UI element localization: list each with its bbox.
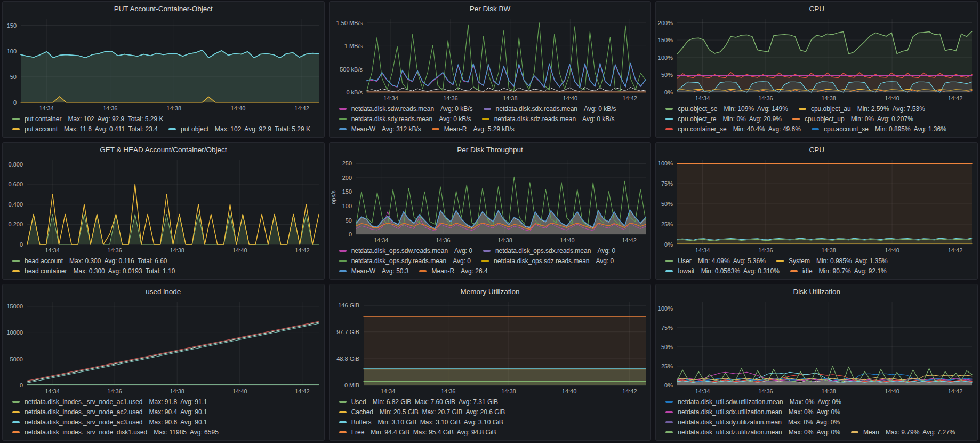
legend-series-name[interactable]: netdata.disk_ops.sdy.reads.mean <box>351 257 447 265</box>
legend-color-swatch[interactable] <box>12 128 20 130</box>
legend-item[interactable]: cpu.object_upMin: 0% Avg: 0.207% <box>792 115 913 123</box>
legend-item[interactable]: netdata.disk_util.sdw.utilization.meanMa… <box>665 398 841 406</box>
panel-title[interactable]: Per Disk BW <box>330 2 651 16</box>
legend-color-swatch[interactable] <box>12 401 20 403</box>
legend-color-swatch[interactable] <box>665 118 673 120</box>
legend-item[interactable]: netdata.disk_ops.sdz.reads.meanAvg: 0 <box>481 257 614 265</box>
panel-title[interactable]: CPU <box>656 2 977 16</box>
legend-item[interactable]: head accountMax: 0.300 Avg: 0.116 Total:… <box>12 257 167 265</box>
panel-title[interactable]: used inode <box>3 284 324 299</box>
legend-series-name[interactable]: cpu.object_se <box>678 105 717 113</box>
legend-color-swatch[interactable] <box>168 128 176 130</box>
legend-item[interactable]: UserMin: 4.09% Avg: 5.36% <box>665 257 766 265</box>
legend-color-swatch[interactable] <box>339 431 347 433</box>
chart-per-disk-throughput[interactable]: 05010015020025014:3414:3614:3814:4014:42… <box>330 157 651 245</box>
legend-color-swatch[interactable] <box>790 270 798 272</box>
legend-item[interactable]: netdata.disk.sdx.reads.meanAvg: 0 kB/s <box>484 105 616 113</box>
legend-item[interactable]: netdata.disk_ops.sdy.reads.meanAvg: 0 <box>339 257 471 265</box>
legend-series-name[interactable]: netdata.disk_inodes._srv_node_disk1.used <box>25 429 147 436</box>
legend-series-name[interactable]: netdata.disk_inodes._srv_node_ac3.used <box>25 418 143 426</box>
legend-color-swatch[interactable] <box>665 411 673 413</box>
legend-series-name[interactable]: netdata.disk_ops.sdw.reads.mean <box>351 247 448 255</box>
legend-color-swatch[interactable] <box>339 260 347 262</box>
legend-color-swatch[interactable] <box>665 431 673 433</box>
panel-title[interactable]: GET & HEAD Account/Container/Object <box>3 143 324 157</box>
legend-color-swatch[interactable] <box>776 260 784 262</box>
legend-color-swatch[interactable] <box>12 260 20 262</box>
legend-color-swatch[interactable] <box>339 108 347 110</box>
legend-series-name[interactable]: idle <box>802 267 813 275</box>
legend-series-name[interactable]: netdata.disk_util.sdx.utilization.mean <box>678 408 782 416</box>
legend-item[interactable]: netdata.disk_ops.sdw.reads.meanAvg: 0 <box>339 247 472 255</box>
legend-item[interactable]: SystemMin: 0.985% Avg: 1.35% <box>776 257 888 265</box>
chart-used-inode[interactable]: 05000100001500014:3414:3614:3814:4014:42 <box>3 299 324 396</box>
legend-item[interactable]: Mean-RAvg: 26.4 <box>419 267 487 275</box>
legend-item[interactable]: Mean-WAvg: 312 kB/s <box>339 125 421 133</box>
legend-item[interactable]: idleMin: 90.7% Avg: 92.1% <box>790 267 887 275</box>
legend-series-name[interactable]: Mean-R <box>444 125 467 133</box>
legend-item[interactable]: IowaitMin: 0.0563% Avg: 0.310% <box>665 267 780 275</box>
legend-color-swatch[interactable] <box>12 431 20 433</box>
legend-color-swatch[interactable] <box>12 270 20 272</box>
legend-color-swatch[interactable] <box>665 128 673 130</box>
legend-item[interactable]: netdata.disk_inodes._srv_node_ac3.usedMa… <box>12 418 207 426</box>
legend-series-name[interactable]: netdata.disk_ops.sdz.reads.mean <box>494 257 589 265</box>
legend-series-name[interactable]: System <box>789 257 810 265</box>
legend-color-swatch[interactable] <box>339 401 347 403</box>
legend-color-swatch[interactable] <box>339 250 347 252</box>
legend-color-swatch[interactable] <box>665 270 673 272</box>
legend-color-swatch[interactable] <box>12 118 20 120</box>
legend-series-name[interactable]: put object <box>181 125 208 133</box>
legend-color-swatch[interactable] <box>482 118 489 120</box>
legend-color-swatch[interactable] <box>812 128 819 130</box>
panel-title[interactable]: Memory Utilization <box>330 284 651 299</box>
legend-series-name[interactable]: netdata.disk_util.sdw.utilization.mean <box>678 398 783 406</box>
legend-series-name[interactable]: netdata.disk.sdy.reads.mean <box>351 115 433 123</box>
legend-series-name[interactable]: cpu.object_re <box>678 115 716 123</box>
legend-series-name[interactable]: Used <box>351 398 366 406</box>
panel-title[interactable]: CPU <box>656 143 977 157</box>
panel-title[interactable]: PUT Account-Container-Object <box>3 2 324 16</box>
legend-color-swatch[interactable] <box>799 108 806 110</box>
legend-color-swatch[interactable] <box>665 401 673 403</box>
legend-color-swatch[interactable] <box>339 421 347 423</box>
legend-item[interactable]: CachedMin: 20.5 GiB Max: 20.7 GiB Avg: 2… <box>339 408 505 416</box>
legend-item[interactable]: put containerMax: 102 Avg: 92.9 Total: 5… <box>12 115 163 123</box>
legend-item[interactable]: cpu.object_seMin: 109% Avg: 149% <box>665 105 788 113</box>
legend-color-swatch[interactable] <box>432 128 439 130</box>
legend-item[interactable]: put accountMax: 11.6 Avg: 0.411 Total: 2… <box>12 125 158 133</box>
legend-item[interactable]: netdata.disk_inodes._srv_node_ac2.usedMa… <box>12 408 207 416</box>
legend-item[interactable]: netdata.disk_inodes._srv_node_disk1.used… <box>12 429 219 436</box>
legend-color-swatch[interactable] <box>12 421 20 423</box>
chart-put-account-container-object[interactable]: 05010015014:3414:3614:3814:4014:42 <box>3 16 324 113</box>
legend-series-name[interactable]: Buffers <box>351 418 372 426</box>
legend-color-swatch[interactable] <box>665 108 673 110</box>
legend-color-swatch[interactable] <box>483 250 491 252</box>
legend-item[interactable]: cpu.container_seMin: 40.4% Avg: 49.6% <box>665 125 801 133</box>
legend-series-name[interactable]: put account <box>25 125 58 133</box>
legend-item[interactable]: cpu.object_auMin: 2.59% Avg: 7.53% <box>799 105 925 113</box>
legend-item[interactable]: cpu.object_reMin: 0% Avg: 20.9% <box>665 115 782 123</box>
legend-color-swatch[interactable] <box>484 108 491 110</box>
legend-item[interactable]: Mean-RAvg: 5.29 kB/s <box>432 125 515 133</box>
legend-item[interactable]: put objectMax: 102 Avg: 92.9 Total: 5.29… <box>168 125 310 133</box>
legend-series-name[interactable]: Mean-W <box>351 125 375 133</box>
panel-title[interactable]: Disk Utilization <box>656 284 977 299</box>
legend-item[interactable]: netdata.disk_util.sdz.utilization.meanMa… <box>665 429 840 436</box>
legend-series-name[interactable]: Mean-R <box>431 267 454 275</box>
legend-series-name[interactable]: Mean-W <box>351 267 375 275</box>
legend-color-swatch[interactable] <box>339 128 347 130</box>
legend-item[interactable]: cpu.account_seMin: 0.895% Avg: 1.36% <box>812 125 946 133</box>
legend-series-name[interactable]: cpu.object_au <box>811 105 851 113</box>
legend-color-swatch[interactable] <box>665 421 673 423</box>
legend-item[interactable]: UsedMin: 6.82 GiB Max: 7.60 GiB Avg: 7.3… <box>339 398 498 406</box>
legend-series-name[interactable]: netdata.disk.sdz.reads.mean <box>494 115 576 123</box>
chart-per-disk-bw[interactable]: 0 kB/s500 kB/s1 MB/s1.50 MB/s14:3414:361… <box>330 16 651 103</box>
legend-series-name[interactable]: cpu.object_up <box>805 115 845 123</box>
legend-series-name[interactable]: cpu.container_se <box>678 125 726 133</box>
legend-item[interactable]: netdata.disk.sdw.reads.meanAvg: 0 kB/s <box>339 105 473 113</box>
legend-item[interactable]: head containerMax: 0.300 Avg: 0.0193 Tot… <box>12 267 175 275</box>
chart-get-head-account-container-object[interactable]: 00.2000.4000.6000.80014:3414:3614:3814:4… <box>3 157 324 255</box>
legend-item[interactable]: netdata.disk_ops.sdx.reads.meanAvg: 0 <box>483 247 615 255</box>
legend-series-name[interactable]: head account <box>25 257 63 265</box>
